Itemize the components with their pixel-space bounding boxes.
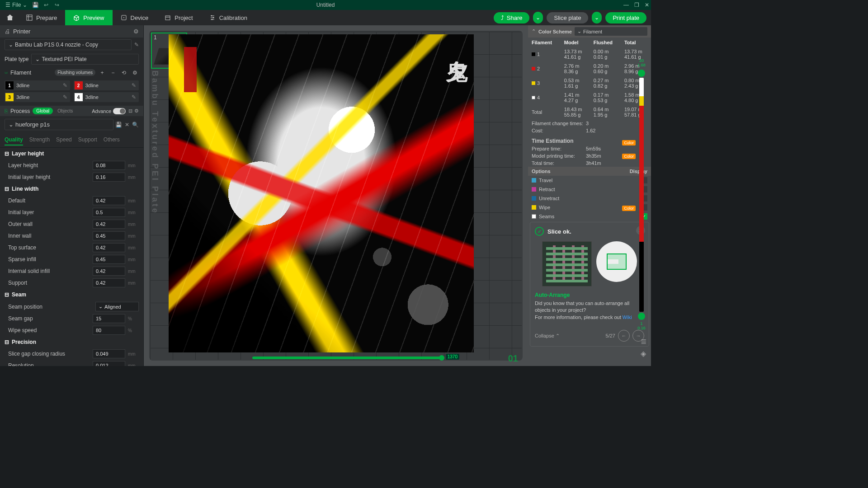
compare-icon[interactable]: ⊟: [128, 108, 132, 114]
sync-ams-icon[interactable]: ⟲: [120, 70, 128, 76]
slider-max-label: 1370: [446, 354, 459, 360]
option-swatch: [532, 214, 536, 219]
print-dropdown-button[interactable]: ⌄: [592, 12, 602, 23]
viewport[interactable]: Bambu Textured PEI Plate 1 夕鬼 1370 01: [144, 25, 528, 366]
param-input[interactable]: [93, 361, 125, 366]
slider-handle[interactable]: [439, 355, 444, 361]
tab-calibration[interactable]: Calibration: [201, 10, 255, 25]
right-panel: ⌃ Color Scheme ⌄ Filament FilamentModelF…: [528, 25, 651, 366]
param-input[interactable]: [93, 161, 125, 170]
share-button[interactable]: ⤴ Share: [494, 12, 530, 23]
plate-type-dropdown[interactable]: ⌄ Textured PEI Plate: [31, 54, 139, 65]
home-button[interactable]: [2, 10, 18, 25]
param-tab-speed[interactable]: Speed: [56, 135, 72, 145]
remove-filament-button[interactable]: −: [109, 70, 117, 76]
share-label: Share: [507, 14, 523, 21]
slider-track[interactable]: [639, 78, 644, 312]
param-input[interactable]: [93, 208, 125, 217]
layer-readout: 01: [508, 353, 518, 364]
tab-preview[interactable]: Preview: [65, 10, 112, 25]
param-input[interactable]: [93, 196, 125, 205]
collapse-icon: ⊟: [5, 339, 9, 345]
param-input[interactable]: [93, 267, 125, 276]
maximize-icon[interactable]: ❐: [634, 2, 639, 8]
save-icon[interactable]: 💾: [30, 0, 41, 9]
gear-icon[interactable]: ⚙: [131, 70, 139, 76]
edit-filament-icon[interactable]: ✎: [130, 94, 138, 100]
section-title[interactable]: ⊟Seam: [0, 289, 143, 300]
param-input[interactable]: [93, 349, 125, 358]
section-title[interactable]: ⊟Precision: [0, 336, 143, 348]
tab-device[interactable]: Device: [113, 10, 157, 25]
param-tab-others[interactable]: Others: [104, 135, 120, 145]
color-change-tag[interactable]: Color: [622, 206, 636, 211]
tab-project[interactable]: Project: [156, 10, 201, 25]
edit-filament-icon[interactable]: ✎: [130, 82, 138, 89]
printer-preset-dropdown[interactable]: ⌄ Bambu Lab P1S 0.4 nozzle - Copy: [5, 39, 132, 50]
delete-preset-icon[interactable]: ✕: [125, 122, 129, 128]
add-filament-button[interactable]: +: [98, 70, 106, 76]
color-scheme-dropdown[interactable]: ⌄ Filament: [575, 27, 647, 36]
color-change-tag[interactable]: Color: [622, 140, 636, 145]
param-input[interactable]: [93, 243, 125, 252]
tip-panel: ✓ Slice ok. ✕ Auto-Arrange Did you know …: [530, 222, 649, 347]
param-tab-support[interactable]: Support: [78, 135, 97, 145]
global-tab[interactable]: Global: [33, 108, 53, 114]
save-preset-icon[interactable]: 💾: [115, 122, 122, 128]
gear-icon[interactable]: ⚙: [134, 108, 139, 114]
option-row: Travel: [528, 176, 651, 185]
param-unit: mm: [128, 210, 139, 215]
param-dropdown[interactable]: ⌄Aligned: [95, 302, 139, 311]
param-tab-strength[interactable]: Strength: [29, 135, 50, 145]
slice-plate-button[interactable]: Slice plate: [547, 12, 588, 23]
slider-bottom-handle[interactable]: [638, 313, 645, 320]
wiki-link[interactable]: Wiki: [623, 314, 632, 320]
gear-icon[interactable]: ⚙: [133, 28, 139, 35]
tip-prev-button[interactable]: ←: [618, 330, 630, 342]
param-input[interactable]: [93, 278, 125, 287]
param-input[interactable]: [93, 173, 125, 182]
param-input[interactable]: [93, 255, 125, 264]
undo-icon[interactable]: ↩: [41, 0, 52, 9]
tab-prepare[interactable]: Prepare: [18, 10, 65, 25]
collapse-button[interactable]: Collapse ⌃: [535, 333, 560, 339]
edit-filament-icon[interactable]: ✎: [61, 94, 69, 100]
param-input[interactable]: [93, 326, 125, 335]
section-title[interactable]: ⊟Layer height: [0, 148, 143, 160]
redo-icon[interactable]: ↪: [52, 0, 62, 9]
edit-filament-icon[interactable]: ✎: [61, 82, 69, 89]
filament-slot[interactable]: 2 3dline ✎: [74, 80, 139, 90]
print-plate-button[interactable]: Print plate: [605, 12, 646, 23]
file-menu[interactable]: ☰ File ⌄: [3, 1, 30, 9]
layers-icon[interactable]: ◈: [641, 349, 646, 358]
filament-slot[interactable]: 3 3dline ✎: [5, 92, 70, 102]
filament-slot[interactable]: 1 3dline ✎: [5, 80, 70, 90]
horizontal-layer-slider[interactable]: 1370: [252, 357, 442, 359]
param-label: Wipe speed: [8, 327, 90, 333]
slider-top-handle[interactable]: [638, 70, 645, 77]
objects-tab[interactable]: Objects: [56, 108, 75, 114]
color-change-tag[interactable]: Color: [622, 154, 636, 159]
stats-row: 4 1.41 m4.27 g 0.17 m0.53 g 1.58 m4.80 g: [529, 91, 650, 104]
variable-layer-icon[interactable]: ≣: [641, 337, 646, 346]
close-icon[interactable]: ✕: [645, 2, 649, 8]
process-preset-dropdown[interactable]: ⌄ hueforge p1s: [5, 119, 113, 130]
param-input[interactable]: [93, 314, 125, 323]
param-label: Seam position: [8, 304, 93, 310]
advance-toggle[interactable]: [113, 108, 126, 114]
search-icon[interactable]: 🔍: [132, 122, 139, 128]
tab-prepare-label: Prepare: [36, 14, 57, 21]
slice-dropdown-button[interactable]: ⌄: [533, 12, 543, 23]
param-input[interactable]: [93, 220, 125, 229]
flushing-volumes-button[interactable]: Flushing volumes: [55, 69, 95, 76]
edit-icon[interactable]: ✎: [134, 42, 139, 48]
param-input[interactable]: [93, 231, 125, 240]
minimize-icon[interactable]: —: [623, 2, 629, 8]
collapse-icon[interactable]: ⌃: [532, 28, 536, 34]
printer-section-header: 🖨 Printer ⚙: [0, 25, 143, 38]
filament-slot[interactable]: 4 3dline ✎: [74, 92, 139, 102]
plate-type-label: Plate type: [5, 56, 28, 62]
section-title[interactable]: ⊟Line width: [0, 183, 143, 195]
vertical-layer-slider[interactable]: 201.68 10.16: [637, 59, 646, 331]
param-tab-quality[interactable]: Quality: [5, 135, 23, 145]
